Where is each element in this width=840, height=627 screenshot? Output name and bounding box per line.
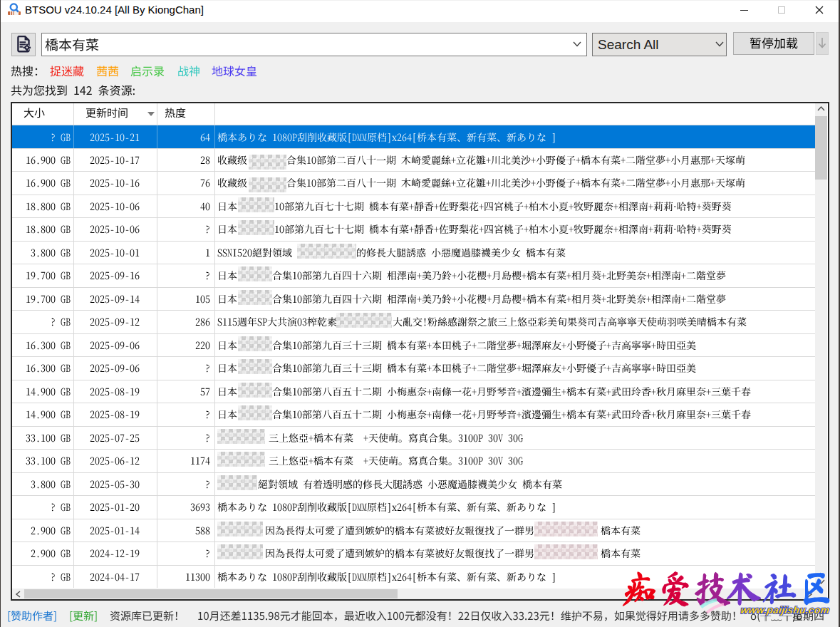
- svg-text:www.paijishu.com: www.paijishu.com: [740, 604, 831, 616]
